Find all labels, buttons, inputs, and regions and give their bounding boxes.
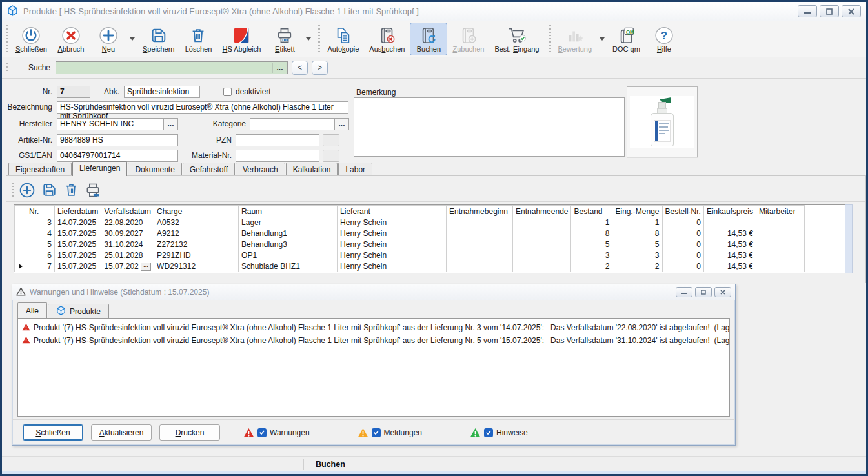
col-lieferdatum[interactable]: Lieferdatum — [55, 206, 101, 217]
grid-vertical-scrollbar[interactable] — [845, 204, 853, 273]
toolbar-grip — [549, 25, 551, 53]
deaktiviert-checkbox[interactable] — [223, 88, 232, 96]
tab-eigenschaften[interactable]: Eigenschaften — [8, 163, 72, 176]
artikelnr-field[interactable]: 9884889 HS — [57, 134, 178, 146]
dialog-drucken-button[interactable]: Drucken — [159, 424, 220, 441]
hilfe-button[interactable]: ? Hilfe — [645, 23, 683, 55]
warning-list: Produkt '(7) HS-Sprühdesinfektion voll v… — [17, 318, 730, 417]
add-lieferung-button[interactable] — [16, 180, 38, 201]
gs1-field[interactable]: 04064797001714 — [57, 150, 178, 162]
search-ellipsis-button[interactable]: ... — [272, 63, 287, 73]
col-raum[interactable]: Raum — [239, 206, 338, 217]
hs-abgleich-button[interactable]: HS Abgleich — [217, 23, 266, 55]
col-eing-menge[interactable]: Eing.-Menge — [612, 206, 662, 217]
schliessen-button[interactable]: Schließen — [10, 23, 52, 55]
tab-lieferungen[interactable]: Lieferungen — [72, 161, 127, 176]
hinweise-triangle-icon — [470, 428, 481, 438]
dialog-title: Warnungen und Hinweise (Stichdatum : 15.… — [30, 288, 672, 297]
nr-label: Nr. — [2, 87, 52, 96]
hersteller-ellipsis-button[interactable]: ... — [164, 118, 178, 130]
date-ellipsis-button[interactable]: ... — [141, 263, 151, 271]
col-bestell-nr[interactable]: Bestell-Nr. — [662, 206, 703, 217]
abbruch-button[interactable]: Abbruch — [52, 23, 90, 55]
save-icon — [41, 182, 57, 198]
table-row[interactable]: 4 15.07.2025 30.09.2027 A9212 Behandlung… — [15, 228, 805, 239]
table-row[interactable]: 6 15.07.2025 25.01.2028 P291ZHD OP1 Henr… — [15, 250, 805, 261]
warnungen-checkbox[interactable] — [257, 428, 267, 437]
tab-kalkulation[interactable]: Kalkulation — [286, 163, 338, 176]
hinweise-checkbox[interactable] — [484, 428, 493, 437]
search-input[interactable]: ... — [56, 61, 288, 74]
doc-qm-button[interactable]: QM DOC qm — [607, 23, 645, 55]
dialog-tab-produkte[interactable]: Produkte — [48, 304, 109, 318]
bemerkung-label: Bemerkung — [356, 88, 396, 97]
col-charge[interactable]: Charge — [154, 206, 239, 217]
hs-logo-icon — [232, 26, 250, 45]
warning-list-item[interactable]: Produkt '(7) HS-Sprühdesinfektion voll v… — [22, 321, 725, 334]
search-row: Suche ... < > — [2, 57, 866, 79]
hersteller-field[interactable]: HENRY SCHEIN INC — [57, 118, 164, 130]
etikett-dropdown-icon[interactable] — [306, 37, 311, 41]
tab-gefahrstoff[interactable]: Gefahrstoff — [183, 163, 235, 176]
product-image[interactable] — [627, 86, 698, 157]
prev-record-button[interactable]: < — [292, 61, 308, 75]
trash-icon — [189, 26, 207, 45]
dialog-close-button[interactable] — [714, 287, 731, 297]
dialog-restore-button[interactable] — [695, 287, 712, 297]
dialog-tab-alle[interactable]: Alle — [17, 302, 47, 318]
produkte-cube-icon — [56, 306, 66, 317]
table-row selected[interactable]: 7 15.07.2025 15.07.202... WD291312 Schub… — [15, 261, 805, 272]
col-einkaufspreis[interactable]: Einkaufspreis — [703, 206, 756, 217]
abk-label: Abk. — [90, 87, 119, 96]
ausbuchen-button[interactable]: Ausbuchen — [364, 23, 410, 55]
save-lieferung-button[interactable] — [38, 180, 60, 201]
dialog-minimize-button[interactable] — [676, 287, 692, 297]
col-nr[interactable]: Nr. — [26, 206, 55, 217]
col-mitarbeiter[interactable]: Mitarbeiter — [756, 206, 804, 217]
kategorie-field[interactable] — [250, 118, 335, 130]
col-bestand[interactable]: Bestand — [571, 206, 612, 217]
table-row[interactable]: 5 15.07.2025 31.10.2024 Z272132 Behandlu… — [15, 239, 805, 250]
materialnr-field[interactable] — [236, 150, 319, 162]
restore-button[interactable] — [820, 5, 839, 17]
tab-verbrauch[interactable]: Verbrauch — [236, 163, 285, 176]
best-eingang-button[interactable]: Best.-Eingang — [489, 23, 544, 55]
statusbar-mode: Buchen — [304, 460, 357, 469]
col-entnahmeende[interactable]: Entnahmeende — [513, 206, 571, 217]
loeschen-button[interactable]: Löschen — [179, 23, 217, 55]
bezeichnung-field[interactable]: HS-Sprühdesinfektion voll viruzid Eurose… — [57, 101, 348, 114]
minimize-button[interactable] — [798, 5, 817, 17]
toolbar-grip — [6, 25, 8, 53]
col-entnahmebeginn[interactable]: Entnahmebeginn — [447, 206, 513, 217]
dialog-titlebar: Warnungen und Hinweise (Stichdatum : 15.… — [12, 284, 735, 300]
kategorie-ellipsis-button[interactable]: ... — [335, 118, 349, 130]
bemerkung-textarea[interactable] — [354, 97, 625, 157]
window-titlebar: Produkte [ HS-Sprühdesinfektion voll vir… — [2, 2, 866, 21]
next-record-button[interactable]: > — [312, 61, 328, 75]
meldungen-checkbox[interactable] — [372, 428, 381, 437]
autokopie-button[interactable]: Autokopie — [322, 23, 364, 55]
delete-lieferung-button[interactable] — [60, 180, 82, 201]
neu-button[interactable]: Neu — [90, 23, 127, 55]
col-lieferant[interactable]: Lieferant — [338, 206, 447, 217]
etikett-button[interactable]: Etikett — [266, 23, 303, 55]
speichern-button[interactable]: Speichern — [137, 23, 180, 55]
dialog-schliessen-button[interactable]: Schließen — [23, 424, 83, 441]
pzn-field[interactable] — [236, 134, 319, 146]
label-printer-icon — [276, 26, 294, 45]
produkte-window: Produkte [ HS-Sprühdesinfektion voll vir… — [0, 0, 868, 476]
neu-dropdown-icon[interactable] — [130, 37, 135, 41]
warning-list-item[interactable]: Produkt '(7) HS-Sprühdesinfektion voll v… — [22, 334, 725, 347]
abk-field[interactable]: Sprühdesinfektion — [124, 86, 200, 98]
copy-icon — [334, 26, 352, 45]
col-verfallsdatum[interactable]: Verfallsdatum — [101, 206, 154, 217]
product-form: Nr. 7 Abk. Sprühdesinfektion deaktiviert… — [2, 79, 866, 161]
dialog-aktualisieren-button[interactable]: Aktualisieren — [91, 424, 152, 441]
tab-dokumente[interactable]: Dokumente — [128, 163, 181, 176]
cancel-icon — [61, 26, 81, 45]
table-row[interactable]: 3 14.07.2025 22.08.2020 A0532 Lager Henr… — [15, 217, 805, 228]
buchen-button[interactable]: Buchen — [410, 23, 447, 55]
print-list-button[interactable] — [82, 180, 104, 201]
close-button[interactable] — [842, 5, 861, 17]
tab-labor[interactable]: Labor — [338, 163, 372, 176]
